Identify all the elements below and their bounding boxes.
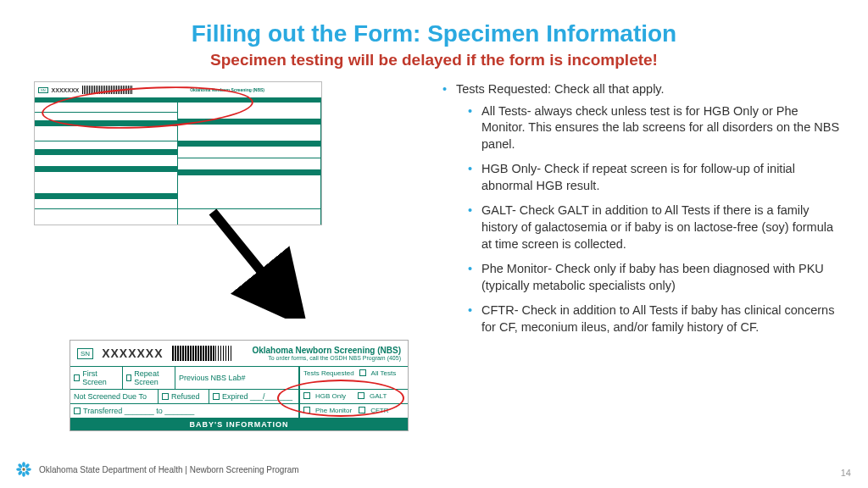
highlight-circle-tests — [277, 380, 404, 417]
svg-point-3 — [22, 462, 25, 467]
serial-number: XXXXXXX — [102, 347, 163, 360]
first-screen-label: First Screen — [82, 369, 119, 386]
bullet-item: All Tests- always check unless test is f… — [468, 103, 843, 153]
slide-subtitle: Specimen testing will be delayed if the … — [0, 51, 868, 69]
bullet-heading: Tests Requested: Check all that apply. — [456, 82, 665, 96]
svg-line-1 — [213, 212, 290, 307]
osdh-logo-icon — [15, 461, 32, 478]
barcode-icon — [172, 346, 231, 361]
previous-lab-label: Previous NBS Lab# — [179, 374, 246, 382]
repeat-screen-label: Repeat Screen — [134, 369, 171, 386]
not-screened-label: Not Screened Due To — [74, 392, 147, 401]
bullet-item: Phe Monitor- Check only if baby has been… — [468, 261, 843, 294]
sn-label: SN — [77, 348, 93, 359]
bullet-item: HGB Only- Check if repeat screen is for … — [468, 161, 843, 194]
form-header-sub: To order forms, call the OSDH NBS Progra… — [240, 355, 402, 361]
form-header-title: Oklahoma Newborn Screening (NBS) — [240, 346, 402, 355]
baby-info-bar: BABY'S INFORMATION — [70, 419, 408, 430]
slide-title: Filling out the Form: Specimen Informati… — [0, 20, 868, 47]
bullet-item: GALT- Check GALT in addition to All Test… — [468, 202, 843, 252]
page-number: 14 — [841, 468, 851, 478]
tests-requested-label: Tests Requested — [303, 369, 354, 377]
bullet-item: CFTR- Check in addition to All Tests if … — [468, 302, 843, 336]
svg-point-2 — [22, 468, 25, 470]
footer: Oklahoma State Department of Health | Ne… — [15, 461, 299, 478]
bullet-list: Tests Requested: Check all that apply. A… — [424, 81, 843, 344]
footer-text: Oklahoma State Department of Health | Ne… — [39, 465, 299, 474]
content-area: SN XXXXXXX Oklahoma Newborn Screening (N… — [0, 81, 868, 344]
form-thumbnail: SN XXXXXXX Oklahoma Newborn Screening (N… — [34, 81, 322, 225]
form-zoom: SN XXXXXXX Oklahoma Newborn Screening (N… — [70, 340, 409, 431]
left-column: SN XXXXXXX Oklahoma Newborn Screening (N… — [34, 81, 424, 344]
